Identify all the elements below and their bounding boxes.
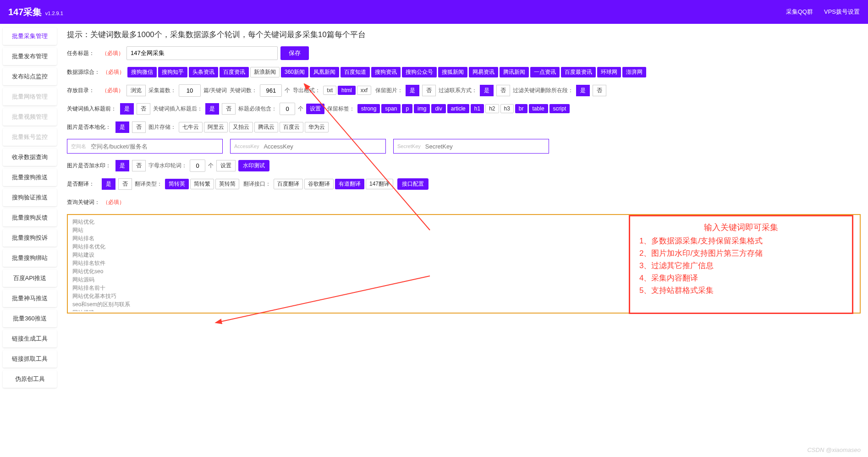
rotate-input[interactable] xyxy=(190,160,205,172)
sources-required: （必填） xyxy=(103,68,125,76)
filter-no[interactable]: 否 xyxy=(496,85,510,96)
filter2-yes[interactable]: 是 xyxy=(576,85,590,96)
count-input[interactable] xyxy=(179,84,201,97)
sidebar-item-5[interactable]: 批量账号监控 xyxy=(3,128,57,146)
watermark-test-button[interactable]: 水印测试 xyxy=(238,160,269,171)
must-input[interactable] xyxy=(280,103,295,115)
keepimg-no[interactable]: 否 xyxy=(422,85,436,96)
storage-0[interactable]: 七牛云 xyxy=(179,122,203,132)
trans-types-2[interactable]: 英转简 xyxy=(215,179,239,189)
must-set-button[interactable]: 设置 xyxy=(306,104,324,114)
localize-no[interactable]: 否 xyxy=(132,121,146,133)
insert-pre-label: 关键词插入标题前： xyxy=(67,105,117,113)
sidebar-item-2[interactable]: 发布站点监控 xyxy=(3,68,57,85)
watermark-no[interactable]: 否 xyxy=(132,160,146,171)
insert-pre-no[interactable]: 否 xyxy=(137,103,150,115)
trans-apis-1[interactable]: 谷歌翻译 xyxy=(304,179,334,189)
keep-tag-article[interactable]: article xyxy=(447,104,469,113)
keep-tag-strong[interactable]: strong xyxy=(357,104,380,113)
fmt-tags-2[interactable]: xxf xyxy=(357,86,371,95)
sidebar-item-4[interactable]: 批量视频管理 xyxy=(3,108,57,126)
source-tag-9[interactable]: 搜狗公众号 xyxy=(402,67,437,77)
watermark-yes[interactable]: 是 xyxy=(115,160,129,171)
keep-tag-table[interactable]: table xyxy=(529,104,548,113)
task-title-input[interactable] xyxy=(126,46,278,60)
keep-tag-h2[interactable]: h2 xyxy=(485,104,499,113)
api-config-button[interactable]: 接口配置 xyxy=(397,178,429,190)
sidebar-item-14[interactable]: 批量360推送 xyxy=(3,310,57,327)
storage-3[interactable]: 腾讯云 xyxy=(254,122,278,132)
keep-tag-script[interactable]: script xyxy=(549,104,570,113)
sidebar-item-3[interactable]: 批量网络管理 xyxy=(3,88,57,105)
link-qq-group[interactable]: 采集QQ群 xyxy=(786,8,813,16)
browse-button[interactable]: 浏览 xyxy=(126,85,146,96)
keep-tag-span[interactable]: span xyxy=(381,104,401,113)
sidebar-item-15[interactable]: 链接生成工具 xyxy=(3,330,57,347)
insert-post-no[interactable]: 否 xyxy=(222,103,236,115)
sidebar-item-7[interactable]: 批量搜狗推送 xyxy=(3,169,57,186)
keep-tag-p[interactable]: p xyxy=(402,104,412,113)
sidebar-item-0[interactable]: 批量采集管理 xyxy=(3,28,57,45)
trans-apis-0[interactable]: 百度翻译 xyxy=(274,179,303,189)
space-input[interactable] xyxy=(91,143,219,150)
source-tag-2[interactable]: 头条资讯 xyxy=(189,67,218,77)
fmt-tags-1[interactable]: html xyxy=(338,86,356,95)
keep-tag-h3[interactable]: h3 xyxy=(500,104,514,113)
filter-yes[interactable]: 是 xyxy=(480,85,494,96)
source-tag-4[interactable]: 新浪新闻 xyxy=(250,67,280,77)
save-button[interactable]: 保存 xyxy=(280,46,309,60)
source-tag-15[interactable]: 环球网 xyxy=(597,67,621,77)
source-tag-13[interactable]: 一点资讯 xyxy=(530,67,560,77)
insert-pre-yes[interactable]: 是 xyxy=(120,103,134,115)
sidebar-item-1[interactable]: 批量发布管理 xyxy=(3,48,57,65)
must-label: 标题必须包含： xyxy=(238,105,277,113)
sidebar-item-11[interactable]: 批量搜狗绑站 xyxy=(3,249,57,267)
source-tag-11[interactable]: 网易资讯 xyxy=(469,67,498,77)
trans-types-0[interactable]: 简转英 xyxy=(165,179,189,189)
storage-5[interactable]: 华为云 xyxy=(305,122,329,132)
insert-post-yes[interactable]: 是 xyxy=(205,103,219,115)
sidebar-item-6[interactable]: 收录数据查询 xyxy=(3,149,57,166)
source-tag-0[interactable]: 搜狗微信 xyxy=(127,67,157,77)
ak-input[interactable] xyxy=(264,143,382,150)
sidebar-item-9[interactable]: 批量搜狗反馈 xyxy=(3,209,57,226)
trans-apis-3[interactable]: 147翻译 xyxy=(366,179,393,189)
storage-2[interactable]: 又拍云 xyxy=(229,122,253,132)
task-title-label: 任务标题： xyxy=(67,50,99,57)
storage-1[interactable]: 阿里云 xyxy=(204,122,228,132)
sidebar-item-17[interactable]: 伪原创工具 xyxy=(3,370,57,388)
trans-apis-2[interactable]: 有道翻译 xyxy=(335,179,364,189)
source-tag-3[interactable]: 百度资讯 xyxy=(220,67,249,77)
source-tag-5[interactable]: 360新闻 xyxy=(281,67,308,77)
rotate-set-button[interactable]: 设置 xyxy=(216,160,236,171)
keep-tag-br[interactable]: br xyxy=(515,104,527,113)
sidebar-item-13[interactable]: 批量神马推送 xyxy=(3,290,57,307)
keepimg-yes[interactable]: 是 xyxy=(406,85,419,96)
sk-input[interactable] xyxy=(425,143,545,150)
brand: 147采集 v1.2.9.1 xyxy=(8,6,63,18)
sidebar-item-16[interactable]: 链接抓取工具 xyxy=(3,350,57,368)
translate-no[interactable]: 否 xyxy=(118,178,132,190)
source-tag-16[interactable]: 澎湃网 xyxy=(622,67,646,77)
localize-yes[interactable]: 是 xyxy=(115,121,129,133)
source-tag-14[interactable]: 百度最资讯 xyxy=(561,67,596,77)
kw-input[interactable] xyxy=(260,84,282,97)
source-tag-10[interactable]: 搜狐新闻 xyxy=(438,67,467,77)
storage-4[interactable]: 百度云 xyxy=(280,122,303,132)
keep-tag-div[interactable]: div xyxy=(431,104,445,113)
link-vps-dial[interactable]: VPS拨号设置 xyxy=(824,8,860,16)
keep-tag-h1[interactable]: h1 xyxy=(471,104,484,113)
sidebar-item-10[interactable]: 批量搜狗投诉 xyxy=(3,229,57,247)
trans-types-1[interactable]: 简转繁 xyxy=(190,179,214,189)
translate-yes[interactable]: 是 xyxy=(102,178,115,190)
filter2-no[interactable]: 否 xyxy=(593,85,606,96)
fmt-tags-0[interactable]: txt xyxy=(323,86,336,95)
source-tag-12[interactable]: 腾讯新闻 xyxy=(500,67,529,77)
sidebar-item-8[interactable]: 搜狗验证推送 xyxy=(3,189,57,206)
keep-tag-img[interactable]: img xyxy=(414,104,430,113)
source-tag-6[interactable]: 凤凰新闻 xyxy=(310,67,339,77)
source-tag-8[interactable]: 搜狗资讯 xyxy=(371,67,401,77)
source-tag-7[interactable]: 百度知道 xyxy=(341,67,370,77)
source-tag-1[interactable]: 搜狗知乎 xyxy=(158,67,187,77)
sidebar-item-12[interactable]: 百度API推送 xyxy=(3,270,57,287)
